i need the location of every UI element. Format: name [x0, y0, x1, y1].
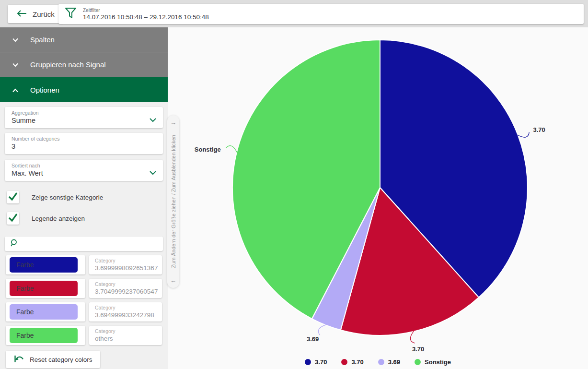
category-field-label: Category — [95, 305, 162, 310]
reset-button-label: Reset category colors — [30, 356, 92, 363]
pie-slice-label: 3.69 — [307, 335, 319, 343]
time-filter[interactable]: Zeitfilter 14.07.2016 10:50:48 – 29.12.2… — [58, 4, 584, 24]
category-field-value: 3.7049999237060547 — [95, 288, 162, 295]
back-button-label: Zurück — [33, 10, 55, 18]
pie-label-leader-line — [226, 146, 237, 153]
farbe-card: Farbe — [6, 326, 85, 345]
options-sidebar: SpaltenGruppieren nach SignalOptionen Ag… — [0, 27, 168, 369]
category-field-3[interactable]: Category3.694999933242798 — [89, 302, 162, 321]
pie-slice-label: 3.70 — [533, 126, 545, 133]
sidebar-section-label: Spalten — [30, 36, 55, 44]
aggregation-value: Summe — [12, 117, 163, 124]
legend-dot-icon — [305, 359, 311, 365]
category-field-value: 3.694999933242798 — [95, 311, 162, 319]
category-search — [5, 237, 163, 251]
sidebar-section-optionen[interactable]: Optionen — [0, 77, 168, 102]
chevron-down-icon — [149, 116, 157, 124]
legend-item-3-70[interactable]: 3.70 — [341, 358, 363, 366]
checkmark-icon — [7, 212, 19, 225]
farbe-card: Farbe — [6, 255, 85, 274]
category-field-label: Category — [95, 328, 162, 334]
top-bar: Zurück Zeitfilter 14.07.2016 10:50:48 – … — [0, 0, 588, 27]
legend-dot-icon — [341, 359, 347, 365]
pie-slice-label: Sonstige — [195, 146, 221, 153]
show-other-category-row: Zeige sonstige Kategorie — [7, 191, 168, 203]
sidebar-section-label: Gruppieren nach Signal — [30, 60, 106, 69]
show-legend-label: Legende anzeigen — [32, 215, 85, 222]
reset-undo-icon — [13, 354, 24, 365]
sorted-by-value: Max. Wert — [12, 169, 163, 177]
checkmark-icon — [7, 190, 19, 204]
search-icon — [10, 238, 19, 249]
sidebar-resize-handle[interactable]: → Zum Ändern der Größe ziehen / Zum Ausb… — [167, 115, 179, 288]
farbe-color-button-2[interactable]: Farbe — [10, 281, 78, 296]
pie-label-leader-line — [318, 325, 326, 335]
category-field-label: Category — [95, 281, 162, 287]
show-legend-row: Legende anzeigen — [7, 212, 168, 225]
show-other-category-label: Zeige sonstige Kategorie — [32, 194, 103, 201]
farbe-color-button-1[interactable]: Farbe — [10, 257, 78, 273]
legend-dot-icon — [415, 359, 421, 365]
arrow-left-icon: ← — [170, 277, 176, 284]
sidebar-section-spalten[interactable]: Spalten — [0, 27, 168, 52]
resize-handle-hint: Zum Ändern der Größe ziehen / Zum Ausble… — [171, 135, 176, 268]
aggregation-label: Aggregation — [12, 110, 163, 116]
category-color-row: FarbeCategory3.6999998092651367 — [6, 255, 168, 274]
chart-legend: 3.703.703.69Sonstige — [168, 358, 588, 366]
category-color-rows: FarbeCategory3.6999998092651367FarbeCate… — [0, 255, 168, 345]
pie-label-leader-line — [518, 132, 530, 137]
chart-area: 3.703.703.69Sonstige 3.703.703.69Sonstig… — [168, 27, 588, 369]
legend-dot-icon — [378, 359, 384, 365]
sorted-by-label: Sortiert nach — [12, 163, 163, 168]
legend-item-3-69[interactable]: 3.69 — [378, 358, 400, 366]
time-filter-value: 14.07.2016 10:50:48 – 29.12.2016 10:50:4… — [83, 13, 209, 21]
back-button[interactable]: Zurück — [8, 5, 63, 23]
legend-item-label: 3.70 — [315, 358, 327, 366]
chevron-down-icon — [12, 60, 19, 69]
pie-slice-label: 3.70 — [412, 345, 424, 353]
chevron-up-icon — [12, 86, 19, 94]
legend-item-label: Sonstige — [425, 358, 451, 366]
category-color-row: FarbeCategory3.7049999237060547 — [6, 279, 168, 298]
category-color-row: FarbeCategory3.694999933242798 — [6, 302, 168, 321]
filter-funnel-icon — [65, 7, 77, 21]
chevron-down-icon — [149, 168, 157, 177]
category-field-2[interactable]: Category3.7049999237060547 — [89, 279, 162, 298]
time-filter-text: Zeitfilter 14.07.2016 10:50:48 – 29.12.2… — [83, 8, 209, 21]
sorted-by-select[interactable]: Sortiert nach Max. Wert — [5, 160, 163, 181]
chevron-down-icon — [12, 36, 19, 44]
farbe-card: Farbe — [6, 279, 85, 298]
category-field-label: Category — [95, 258, 162, 263]
pie-label-leader-line — [410, 331, 415, 343]
reset-category-colors-button[interactable]: Reset category colors — [6, 351, 100, 368]
back-arrow-icon — [16, 10, 27, 19]
legend-item-sonstige[interactable]: Sonstige — [415, 358, 451, 366]
show-legend-checkbox[interactable] — [7, 212, 19, 225]
aggregation-select[interactable]: Aggregation Summe — [5, 107, 163, 128]
farbe-color-button-3[interactable]: Farbe — [10, 304, 78, 320]
sidebar-sections: SpaltenGruppieren nach SignalOptionen — [0, 27, 168, 102]
show-other-category-checkbox[interactable] — [7, 191, 19, 203]
num-categories-label: Number of categories — [12, 136, 163, 142]
time-filter-label: Zeitfilter — [83, 8, 209, 13]
farbe-card: Farbe — [6, 302, 85, 321]
legend-item-3-70[interactable]: 3.70 — [305, 358, 327, 366]
sidebar-section-gruppieren-nach-signal[interactable]: Gruppieren nach Signal — [0, 52, 168, 77]
arrow-right-icon: → — [170, 119, 176, 126]
category-color-row: FarbeCategoryothers — [6, 326, 168, 345]
category-field-value: 3.6999998092651367 — [95, 264, 162, 272]
num-categories-value: 3 — [12, 143, 163, 150]
legend-item-label: 3.69 — [388, 358, 400, 366]
search-input[interactable] — [23, 240, 163, 248]
category-field-4[interactable]: Categoryothers — [89, 326, 162, 345]
sidebar-section-label: Optionen — [30, 86, 59, 94]
pie-chart: 3.703.703.69Sonstige — [168, 27, 588, 369]
category-field-1[interactable]: Category3.6999998092651367 — [89, 255, 162, 274]
legend-item-label: 3.70 — [351, 358, 363, 366]
category-field-value: others — [95, 335, 162, 342]
farbe-color-button-4[interactable]: Farbe — [10, 328, 78, 343]
num-categories-input[interactable]: Number of categories 3 — [5, 133, 163, 154]
